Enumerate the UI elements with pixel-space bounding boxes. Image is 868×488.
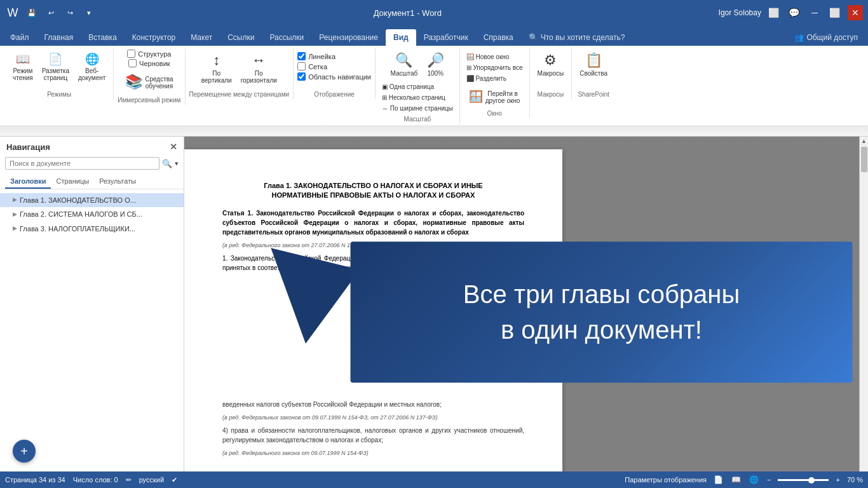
modes-buttons-row: 📖 Режимчтения 📄 Разметкастраниц 🌐 Веб-до…	[9, 50, 109, 84]
arrange-all-btn[interactable]: ⊞ Упорядочить все	[464, 63, 526, 72]
draft-check-input[interactable]	[128, 59, 137, 67]
page-count[interactable]: Страница 34 из 34	[5, 476, 65, 484]
zoom-level[interactable]: 70 %	[847, 476, 863, 484]
maximize-btn[interactable]: ⬜	[827, 5, 843, 20]
minimize-btn[interactable]: ─	[807, 5, 822, 20]
save-quick-btn[interactable]: 💾	[24, 5, 39, 20]
restore-small-btn[interactable]: ⬜	[766, 5, 782, 20]
ruler-bar	[0, 125, 868, 137]
tab-mailings[interactable]: Рассылки	[262, 29, 311, 46]
zoom-plus-btn[interactable]: +	[834, 476, 841, 484]
nav-pane-close-btn[interactable]: ✕	[170, 142, 177, 152]
web-layout-view-btn[interactable]: 🌐	[747, 473, 760, 486]
tab-file[interactable]: Файл	[3, 29, 37, 46]
horizontal-btn[interactable]: ↔ Погоризонтали	[237, 50, 281, 86]
tab-search[interactable]: 🔍 Что вы хотите сделать?	[521, 29, 633, 46]
nav-tab-results[interactable]: Результаты	[94, 175, 141, 189]
language[interactable]: русский	[139, 476, 164, 484]
nav-tab-headings[interactable]: Заголовки	[5, 175, 51, 189]
vertical-btn[interactable]: ↕ Повертикали	[198, 50, 236, 86]
search-options-btn[interactable]: ▾	[175, 159, 179, 168]
tree-item-label-3: Глава 3. НАЛОГОПЛАТЕЛЬЩИКИ...	[20, 224, 135, 233]
one-page-btn[interactable]: ▣ Одна страница	[379, 82, 456, 92]
tab-view[interactable]: Вид	[386, 29, 416, 46]
zoom-minus-btn[interactable]: −	[765, 476, 773, 484]
tab-design[interactable]: Конструктор	[125, 29, 183, 46]
page-width-btn[interactable]: ↔ По ширине страницы	[379, 104, 456, 113]
document-area[interactable]: Глава 1. ЗАКОНОДАТЕЛЬСТВО О НАЛОГАХ И СБ…	[184, 137, 868, 488]
zoom-slider[interactable]	[778, 479, 829, 481]
structure-checkbox[interactable]: Структура	[127, 50, 171, 58]
tab-help[interactable]: Справка	[476, 29, 521, 46]
web-doc-label: Веб-документ	[78, 67, 105, 81]
window-group-label: Окно	[487, 109, 501, 117]
zoom-slider-thumb[interactable]	[808, 477, 815, 484]
paragraph-2: введенных налогов субъектов Российской Ф…	[222, 400, 524, 456]
ruler-check-input[interactable]	[297, 52, 306, 60]
multi-page-btn[interactable]: ⊞ Несколько страниц	[379, 93, 456, 102]
zoom-100-btn[interactable]: 🔎 100%	[423, 50, 448, 79]
search-icon: 🔍	[529, 33, 538, 42]
zoom-row: 🔍 Масштаб 🔎 100%	[386, 50, 448, 79]
quick-access-dropdown[interactable]: ▾	[81, 5, 97, 20]
macros-group-label: Макросы	[538, 90, 564, 98]
properties-btn[interactable]: 📋 Свойства	[576, 50, 611, 79]
status-bar-left: Страница 34 из 34 Число слов: 0 ✏ русски…	[5, 476, 177, 484]
macros-icon: ⚙	[544, 52, 557, 69]
structure-check-input[interactable]	[127, 50, 135, 58]
undo-btn[interactable]: ↩	[43, 5, 58, 20]
macros-btn[interactable]: ⚙ Макросы	[534, 50, 568, 79]
zoom-100-label: 100%	[427, 70, 444, 77]
print-layout-view-btn[interactable]: 📄	[712, 473, 724, 486]
vertical-scrollbar[interactable]: ▲ ▼	[859, 137, 868, 488]
word-count[interactable]: Число слов: 0	[73, 476, 118, 484]
tree-item-chapter3[interactable]: ▶ Глава 3. НАЛОГОПЛАТЕЛЬЩИКИ...	[0, 222, 184, 236]
display-settings-label[interactable]: Параметры отображения	[625, 476, 707, 484]
edit-mode-icon[interactable]: ✏	[126, 476, 132, 484]
tree-item-chapter1[interactable]: ▶ Глава 1. ЗАКОНОДАТЕЛЬСТВО О...	[0, 193, 184, 207]
web-doc-btn[interactable]: 🌐 Веб-документ	[74, 50, 109, 84]
tab-home[interactable]: Главная	[37, 29, 81, 46]
learning-tools-btn[interactable]: 📚 Средстваобучения	[121, 71, 177, 94]
nav-pane-check-input[interactable]	[297, 72, 306, 81]
grid-check-input[interactable]	[297, 62, 306, 71]
add-button[interactable]: +	[13, 440, 36, 463]
scroll-thumb[interactable]	[861, 147, 867, 172]
search-btn[interactable]: 🔍	[162, 159, 172, 168]
chat-btn[interactable]: 💬	[787, 5, 802, 20]
tab-review[interactable]: Рецензирование	[311, 29, 386, 46]
nav-search-input[interactable]	[5, 157, 159, 170]
grid-checkbox[interactable]: Сетка	[297, 62, 371, 71]
spell-check-icon[interactable]: ✔	[172, 476, 177, 484]
word-icon: W	[5, 5, 20, 20]
nav-tab-pages[interactable]: Страницы	[51, 175, 94, 189]
chapter-heading: Глава 1. ЗАКОНОДАТЕЛЬСТВО О НАЛОГАХ И СБ…	[222, 181, 524, 201]
properties-label: Свойства	[580, 70, 607, 77]
tree-item-label-1: Глава 1. ЗАКОНОДАТЕЛЬСТВО О...	[20, 196, 136, 205]
tab-share[interactable]: 👥 Общий доступ	[787, 29, 865, 46]
split-btn[interactable]: ⬛ Разделить	[464, 74, 526, 83]
ribbon-group-window: 🪟 Новое окно ⊞ Упорядочить все ⬛ Раздели…	[460, 48, 530, 118]
scroll-up-btn[interactable]: ▲	[860, 137, 868, 146]
document-title: Документ1 - Word	[374, 8, 442, 18]
tab-references[interactable]: Ссылки	[220, 29, 262, 46]
ruler-checkbox[interactable]: Линейка	[297, 52, 371, 60]
page-layout-btn[interactable]: 📄 Разметкастраниц	[38, 50, 73, 84]
new-window-btn[interactable]: 🪟 Новое окно	[464, 52, 526, 62]
draft-checkbox[interactable]: Черновик	[128, 59, 170, 67]
read-mode-view-btn[interactable]: 📖	[729, 473, 742, 486]
reading-mode-btn[interactable]: 📖 Режимчтения	[9, 50, 37, 84]
user-name: Igor Solobay	[719, 8, 761, 17]
nav-pane-checkbox[interactable]: Область навигации	[297, 72, 371, 81]
redo-btn[interactable]: ↪	[62, 5, 78, 20]
switch-window-btn[interactable]: 🪟 Перейти вдругое окно	[465, 87, 524, 107]
tree-item-chapter2[interactable]: ▶ Глава 2. СИСТЕМА НАЛОГОВ И СБ...	[0, 207, 184, 221]
tab-insert[interactable]: Вставка	[81, 29, 125, 46]
title-bar-right: Igor Solobay ⬜ 💬 ─ ⬜ ✕	[719, 5, 863, 20]
share-icon: 👥	[794, 33, 804, 42]
tab-layout[interactable]: Макет	[183, 29, 220, 46]
zoom-icon: 🔍	[395, 52, 412, 69]
tab-developer[interactable]: Разработчик	[416, 29, 476, 46]
close-btn[interactable]: ✕	[848, 5, 863, 20]
zoom-btn[interactable]: 🔍 Масштаб	[386, 50, 421, 79]
